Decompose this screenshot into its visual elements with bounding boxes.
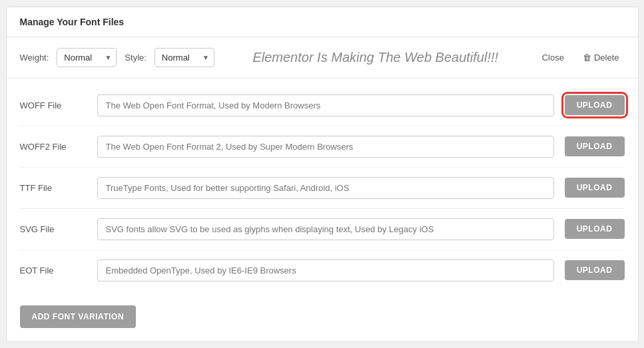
file-type-label: WOFF File <box>20 100 87 110</box>
weight-select-wrapper: Normal Bold Light ▼ <box>57 48 117 67</box>
style-select-wrapper: Normal Italic Oblique ▼ <box>155 48 214 67</box>
upload-button[interactable]: UPLOAD <box>565 260 625 280</box>
file-row: TTF FileUPLOAD <box>20 168 625 209</box>
file-path-input[interactable] <box>97 94 554 116</box>
file-rows-container: WOFF FileUPLOADWOFF2 FileUPLOADTTF FileU… <box>7 79 638 297</box>
file-path-input[interactable] <box>97 177 554 199</box>
panel-title: Manage Your Font Files <box>7 7 638 37</box>
file-path-input[interactable] <box>97 260 554 281</box>
file-type-label: SVG File <box>20 224 87 234</box>
file-path-input[interactable] <box>97 218 554 240</box>
file-row: WOFF FileUPLOAD <box>20 85 625 126</box>
file-row: WOFF2 FileUPLOAD <box>20 126 625 168</box>
upload-button[interactable]: UPLOAD <box>565 95 625 115</box>
upload-button[interactable]: UPLOAD <box>565 219 625 239</box>
file-type-label: EOT File <box>20 265 87 275</box>
file-type-label: WOFF2 File <box>20 142 87 152</box>
font-preview-text: Elementor Is Making The Web Beautiful!!! <box>222 50 529 65</box>
footer: ADD FONT VARIATION <box>7 297 638 328</box>
style-label: Style: <box>125 53 147 63</box>
add-font-variation-button[interactable]: ADD FONT VARIATION <box>20 305 137 328</box>
style-select[interactable]: Normal Italic Oblique <box>155 48 214 67</box>
file-type-label: TTF File <box>20 183 87 193</box>
toolbar: Weight: Normal Bold Light ▼ Style: Norma… <box>7 37 638 79</box>
weight-label: Weight: <box>20 53 49 63</box>
manage-font-panel: Manage Your Font Files Weight: Normal Bo… <box>6 7 639 342</box>
upload-button[interactable]: UPLOAD <box>565 136 625 156</box>
file-row: SVG FileUPLOAD <box>20 209 625 250</box>
upload-button[interactable]: UPLOAD <box>565 178 625 198</box>
trash-icon: 🗑 <box>583 53 591 63</box>
file-path-input[interactable] <box>97 136 554 158</box>
file-row: EOT FileUPLOAD <box>20 250 625 291</box>
delete-button[interactable]: 🗑 Delete <box>577 50 625 65</box>
weight-select[interactable]: Normal Bold Light <box>57 48 117 67</box>
close-button[interactable]: Close <box>537 50 569 65</box>
